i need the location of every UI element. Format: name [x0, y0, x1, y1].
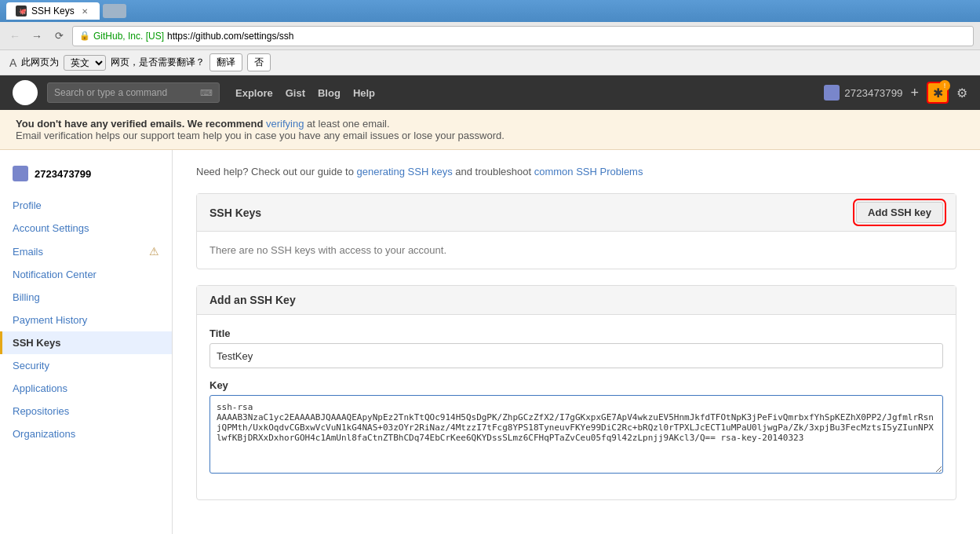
add-ssh-key-title: Add an SSH Key	[209, 294, 296, 306]
settings-btn[interactable]: ⚙	[956, 86, 967, 101]
sidebar-avatar	[13, 166, 28, 181]
url-green: GitHub, Inc. [US]	[93, 31, 164, 42]
sidebar-navigation: Profile Account Settings Emails ⚠ Notifi…	[0, 194, 172, 445]
translate-lang-select[interactable]: 英文	[64, 55, 106, 71]
translate-prompt: 网页，是否需要翻译？	[111, 56, 205, 69]
github-search[interactable]: ⌨	[47, 82, 220, 103]
browser-titlebar: 🐙 SSH Keys ✕	[0, 0, 980, 22]
sidebar-item-organizations[interactable]: Organizations	[0, 422, 172, 445]
ssh-keys-section: SSH Keys Add SSH key There are no SSH ke…	[196, 193, 956, 269]
tab-title: SSH Keys	[31, 5, 75, 16]
sidebar-item-profile[interactable]: Profile	[0, 194, 172, 217]
title-input[interactable]	[209, 343, 943, 368]
url-text: https://github.com/settings/ssh	[167, 31, 293, 42]
search-hint: ⌨	[200, 88, 213, 98]
ssh-keys-header: SSH Keys Add SSH key	[197, 194, 956, 232]
nav-explore[interactable]: Explore	[235, 87, 273, 99]
title-label: Title	[209, 327, 943, 339]
key-label: Key	[209, 379, 943, 391]
add-ssh-key-header: Add an SSH Key	[197, 286, 956, 315]
translate-bar: A 此网页为 英文 网页，是否需要翻译？ 翻译 否	[0, 50, 980, 75]
svg-text:🐙: 🐙	[19, 7, 27, 15]
sidebar-username: 2723473799	[35, 168, 91, 180]
sidebar-item-applications[interactable]: Applications	[0, 377, 172, 400]
translate-no-btn[interactable]: 否	[247, 53, 271, 71]
tab-extra	[103, 4, 126, 18]
sidebar-user: 2723473799	[0, 159, 172, 194]
nav-help[interactable]: Help	[353, 87, 375, 99]
help-text-mid: and troubleshoot	[453, 166, 534, 177]
key-form-group: Key	[209, 379, 943, 476]
tab-close-btn[interactable]: ✕	[79, 5, 90, 16]
browser-navbar: ← → ⟳ 🔒 GitHub, Inc. [US] https://github…	[0, 22, 980, 50]
github-header: ⌨ Explore Gist Blog Help 2723473799 + ✱ …	[0, 75, 980, 110]
sidebar: 2723473799 Profile Account Settings Emai…	[0, 150, 173, 534]
ssh-keys-title: SSH Keys	[209, 207, 261, 219]
github-logo[interactable]	[13, 80, 38, 105]
browser-tab[interactable]: 🐙 SSH Keys ✕	[6, 2, 100, 20]
warning-banner: You don't have any verified emails. We r…	[0, 110, 980, 150]
key-textarea[interactable]	[209, 395, 943, 474]
add-ssh-key-btn[interactable]: Add SSH key	[856, 202, 943, 223]
sidebar-item-billing[interactable]: Billing	[0, 286, 172, 309]
search-input[interactable]	[54, 87, 195, 98]
nav-blog[interactable]: Blog	[318, 87, 341, 99]
warning-subtext: Email verification helps our support tea…	[16, 130, 964, 141]
lock-icon: 🔒	[79, 31, 90, 41]
help-text-before: Need help? Check out our guide to	[196, 166, 357, 177]
content-area: Need help? Check out our guide to genera…	[173, 150, 980, 534]
warning-text-after: at least one email.	[304, 118, 389, 130]
generating-ssh-link[interactable]: generating SSH keys	[357, 166, 453, 177]
ssh-keys-empty-message: There are no SSH keys with access to you…	[197, 232, 956, 269]
translate-btn[interactable]: 翻译	[209, 53, 242, 71]
sidebar-item-ssh-keys[interactable]: SSH Keys	[0, 331, 172, 354]
user-menu-btn[interactable]: 2723473799	[824, 85, 902, 101]
common-ssh-problems-link[interactable]: common SSH Problems	[534, 166, 643, 177]
no-keys-text: There are no SSH keys with access to you…	[209, 244, 446, 256]
sidebar-item-notification-center[interactable]: Notification Center	[0, 263, 172, 286]
plus-btn[interactable]: +	[910, 85, 919, 101]
title-form-group: Title	[209, 327, 943, 368]
forward-btn[interactable]: →	[28, 27, 46, 45]
address-bar[interactable]: 🔒 GitHub, Inc. [US] https://github.com/s…	[72, 26, 974, 46]
username-display: 2723473799	[844, 87, 902, 99]
user-avatar	[824, 85, 840, 101]
refresh-btn[interactable]: ⟳	[50, 27, 67, 45]
help-text: Need help? Check out our guide to genera…	[196, 166, 956, 177]
add-ssh-key-section: Add an SSH Key Title Key	[196, 285, 956, 500]
add-ssh-key-body: Title Key	[197, 315, 956, 499]
sidebar-item-security[interactable]: Security	[0, 354, 172, 377]
warning-verify-link[interactable]: verifying	[266, 118, 304, 130]
sidebar-item-emails[interactable]: Emails	[13, 246, 43, 258]
sidebar-item-repositories[interactable]: Repositories	[0, 400, 172, 422]
nav-gist[interactable]: Gist	[286, 87, 305, 99]
warning-strong: You don't have any verified emails. We r…	[16, 118, 266, 130]
github-nav: Explore Gist Blog Help	[235, 87, 375, 99]
translate-icon: A	[9, 57, 16, 69]
notification-btn[interactable]: ✱ !	[927, 82, 949, 104]
main-container: 2723473799 Profile Account Settings Emai…	[0, 150, 980, 534]
sidebar-item-account-settings[interactable]: Account Settings	[0, 217, 172, 240]
notification-badge: !	[939, 80, 950, 91]
back-btn[interactable]: ←	[6, 27, 24, 45]
github-header-right: 2723473799 + ✱ ! ⚙	[824, 82, 967, 104]
sidebar-emails-row: Emails ⚠	[0, 240, 172, 263]
sidebar-item-payment-history[interactable]: Payment History	[0, 309, 172, 331]
translate-label: 此网页为	[21, 56, 59, 69]
tab-favicon-icon: 🐙	[16, 5, 27, 16]
warning-triangle-icon: ⚠	[149, 245, 159, 258]
